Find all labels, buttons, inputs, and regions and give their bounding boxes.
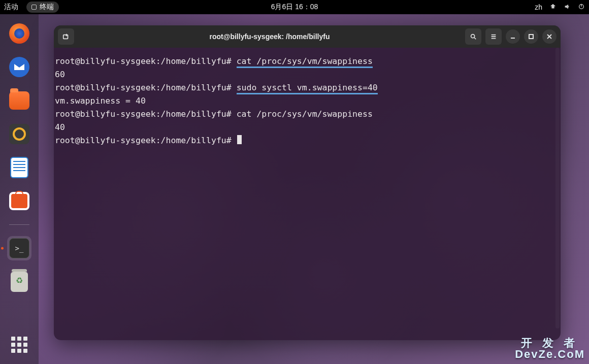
hamburger-menu-button[interactable] bbox=[485, 28, 502, 45]
terminal-prompt: root@billyfu-sysgeek:/home/billyfu# bbox=[55, 109, 237, 119]
volume-icon[interactable] bbox=[564, 3, 571, 12]
dock-item-ubuntu-software[interactable] bbox=[7, 189, 31, 213]
apps-grid-icon bbox=[11, 337, 27, 353]
dock-item-rhythmbox[interactable] bbox=[7, 122, 31, 146]
watermark-line2: DevZe.CoM bbox=[515, 349, 585, 360]
rhythmbox-icon bbox=[9, 124, 29, 144]
power-icon[interactable] bbox=[578, 3, 585, 12]
search-button[interactable] bbox=[465, 28, 481, 45]
files-icon bbox=[9, 91, 29, 110]
terminal-line: root@billyfu-sysgeek:/home/billyfu# cat … bbox=[54, 108, 561, 121]
minimize-button[interactable] bbox=[506, 29, 520, 44]
terminal-cursor bbox=[237, 135, 242, 144]
clock[interactable]: 6月6日 16：08 bbox=[271, 3, 318, 12]
terminal-command: cat /proc/sys/vm/swappiness bbox=[237, 56, 373, 68]
dock-separator bbox=[9, 224, 29, 225]
dock-item-trash[interactable]: ♻ bbox=[7, 270, 31, 294]
watermark-line1: 开发者 bbox=[515, 338, 585, 349]
close-button[interactable] bbox=[542, 29, 557, 44]
dock-item-firefox[interactable] bbox=[7, 21, 31, 46]
window-titlebar[interactable]: root@billyfu-sysgeek: /home/billyfu bbox=[54, 25, 561, 48]
terminal-prompt: root@billyfu-sysgeek:/home/billyfu# bbox=[55, 83, 237, 92]
window-title: root@billyfu-sysgeek: /home/billyfu bbox=[78, 32, 461, 41]
terminal-window: root@billyfu-sysgeek: /home/billyfu root… bbox=[54, 25, 561, 340]
terminal-scrollbar[interactable] bbox=[555, 48, 560, 328]
input-method-indicator[interactable]: zh bbox=[535, 3, 542, 11]
dock-item-libreoffice-writer[interactable] bbox=[7, 155, 31, 180]
close-icon bbox=[546, 34, 552, 40]
dock: >_ ♻ bbox=[0, 14, 39, 364]
app-menu-label: 终端 bbox=[40, 3, 54, 12]
terminal-output: vm.swappiness = 40 bbox=[54, 94, 561, 108]
search-icon bbox=[470, 33, 477, 40]
new-tab-button[interactable] bbox=[58, 28, 74, 45]
show-applications-button[interactable] bbox=[0, 337, 39, 353]
activities-button[interactable]: 活动 bbox=[4, 3, 18, 12]
datetime-label: 6月6日 16：08 bbox=[271, 3, 318, 12]
dock-item-terminal[interactable]: >_ bbox=[7, 236, 31, 260]
trash-icon: ♻ bbox=[11, 272, 28, 292]
terminal-icon: >_ bbox=[9, 238, 29, 258]
terminal-command: sudo sysctl vm.swappiness=40 bbox=[237, 83, 378, 94]
terminal-prompt: root@billyfu-sysgeek:/home/billyfu# bbox=[55, 136, 237, 145]
dock-item-thunderbird[interactable] bbox=[7, 55, 31, 79]
top-panel: 活动 终端 6月6日 16：08 zh bbox=[0, 0, 589, 14]
app-menu-button[interactable]: 终端 bbox=[26, 2, 59, 13]
watermark: 开发者 DevZe.CoM bbox=[515, 338, 585, 360]
terminal-command: cat /proc/sys/vm/swappiness bbox=[237, 109, 373, 119]
terminal-line: root@billyfu-sysgeek:/home/billyfu# sudo… bbox=[54, 81, 561, 94]
new-tab-icon bbox=[62, 33, 70, 40]
terminal-output: 60 bbox=[54, 68, 561, 81]
terminal-line: root@billyfu-sysgeek:/home/billyfu# cat … bbox=[54, 55, 561, 68]
svg-line-6 bbox=[474, 38, 476, 40]
firefox-icon bbox=[9, 23, 29, 44]
terminal-prompt: root@billyfu-sysgeek:/home/billyfu# bbox=[55, 56, 237, 66]
svg-point-5 bbox=[471, 35, 475, 38]
terminal-output: 40 bbox=[54, 121, 561, 134]
thunderbird-icon bbox=[9, 57, 29, 77]
minimize-icon bbox=[510, 34, 516, 40]
svg-rect-11 bbox=[529, 35, 533, 39]
menu-icon bbox=[490, 33, 497, 40]
dock-item-files[interactable] bbox=[7, 88, 31, 113]
terminal-line: root@billyfu-sysgeek:/home/billyfu# bbox=[54, 134, 561, 147]
ubuntu-software-icon bbox=[9, 192, 29, 210]
network-icon[interactable] bbox=[549, 3, 557, 12]
maximize-icon bbox=[528, 34, 534, 40]
libreoffice-writer-icon bbox=[10, 157, 28, 178]
maximize-button[interactable] bbox=[524, 29, 538, 44]
terminal-body[interactable]: root@billyfu-sysgeek:/home/billyfu# cat … bbox=[54, 48, 561, 340]
terminal-indicator-icon bbox=[31, 5, 37, 10]
